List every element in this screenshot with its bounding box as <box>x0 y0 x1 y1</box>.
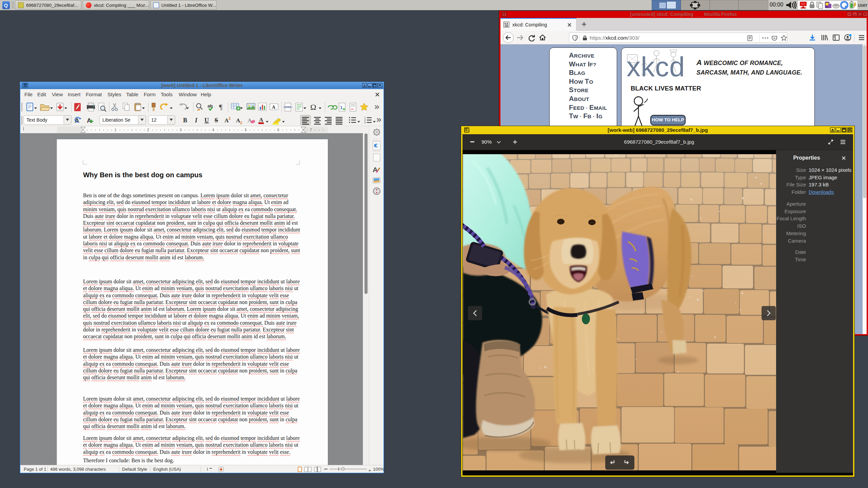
svg-text:3: 3 <box>364 121 366 124</box>
svg-text:1: 1 <box>340 105 342 110</box>
svg-text:Liberation Se: Liberation Se <box>102 117 131 123</box>
svg-text:2: 2 <box>229 116 231 121</box>
svg-text:1: 1 <box>115 128 117 132</box>
svg-text:6: 6 <box>277 128 279 132</box>
svg-text:5: 5 <box>245 128 247 132</box>
svg-text:U: U <box>204 117 209 124</box>
svg-text:2: 2 <box>240 120 242 125</box>
svg-text:7: 7 <box>310 128 312 132</box>
svg-text:Text Body: Text Body <box>26 117 47 123</box>
svg-text:S: S <box>215 117 218 124</box>
svg-text:B: B <box>183 117 187 124</box>
svg-text:A: A <box>259 117 263 123</box>
svg-text:I: I <box>195 117 198 124</box>
svg-text:A: A <box>87 117 92 124</box>
svg-text:A: A <box>272 105 276 110</box>
svg-text:2: 2 <box>147 128 149 132</box>
svg-text:Ω: Ω <box>310 103 316 111</box>
svg-text:¶: ¶ <box>219 103 222 111</box>
svg-text:12: 12 <box>151 117 157 123</box>
svg-text:3: 3 <box>180 128 182 132</box>
svg-text:4: 4 <box>212 128 214 132</box>
